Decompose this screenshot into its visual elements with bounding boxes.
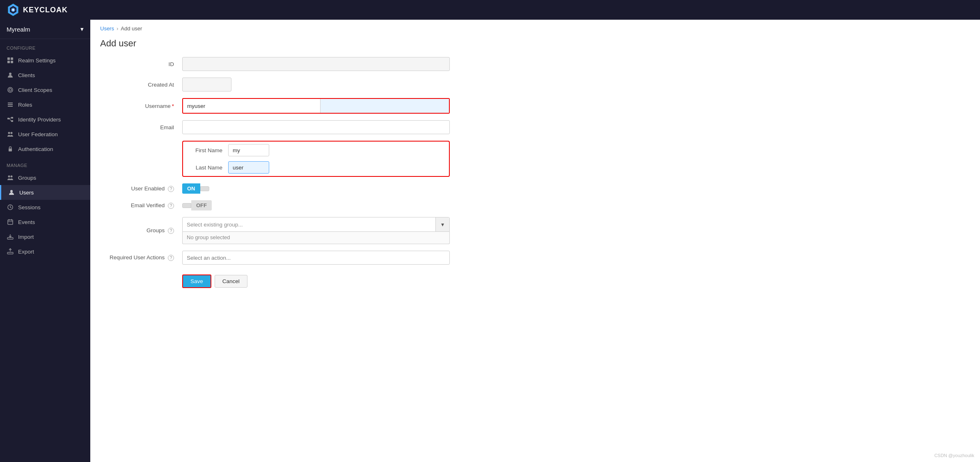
svg-rect-14 [7, 118, 9, 119]
grid-icon [7, 57, 14, 64]
sidebar-item-import[interactable]: Import [0, 229, 90, 244]
name-group-outline: First Name Last Name [182, 141, 450, 177]
svg-point-24 [10, 190, 13, 192]
groups-row: Groups ? Select existing group... ▾ No g… [100, 217, 450, 244]
sidebar-item-label: Users [19, 190, 34, 196]
svg-point-10 [8, 87, 13, 92]
sidebar-item-label: Export [18, 249, 34, 255]
last-name-input[interactable] [228, 161, 269, 174]
groups-select-wrapper: Select existing group... ▾ [182, 217, 450, 232]
sidebar-item-events[interactable]: Events [0, 215, 90, 229]
svg-rect-6 [7, 61, 10, 63]
page-title: Add user [90, 32, 980, 57]
sidebar-item-label: Roles [18, 102, 32, 108]
user-enabled-on-button[interactable]: ON [182, 183, 200, 194]
groups-icon [7, 174, 14, 181]
client-scopes-icon [7, 86, 14, 94]
created-at-input[interactable] [182, 78, 231, 91]
svg-rect-15 [11, 117, 13, 119]
email-input[interactable] [182, 120, 450, 134]
sidebar-item-users[interactable]: Users [0, 185, 90, 200]
svg-rect-30 [7, 238, 13, 239]
groups-label: Groups ? [100, 227, 182, 234]
email-verified-row: Email Verified ? OFF [100, 200, 450, 210]
groups-select[interactable]: Select existing group... [183, 217, 435, 231]
sidebar-item-groups[interactable]: Groups [0, 170, 90, 185]
add-user-form: ID Created At Username* Email [90, 57, 460, 304]
sidebar-item-client-scopes[interactable]: Client Scopes [0, 82, 90, 97]
created-at-label: Created At [100, 82, 182, 88]
svg-point-8 [9, 73, 11, 75]
keycloak-logo-icon [7, 3, 20, 16]
events-icon [7, 218, 14, 226]
cancel-button[interactable]: Cancel [215, 275, 247, 288]
sidebar-item-label: Clients [18, 72, 35, 78]
groups-select-arrow-icon[interactable]: ▾ [435, 217, 449, 231]
required-actions-help-icon: ? [168, 255, 174, 261]
username-remaining-area [320, 99, 449, 113]
configure-section-label: Configure [0, 39, 90, 53]
content-area: Users › Add user Add user ID Created At … [90, 20, 980, 462]
email-verified-on-area[interactable] [182, 203, 191, 208]
user-enabled-row: User Enabled ? ON [100, 183, 450, 194]
sidebar-item-sessions[interactable]: Sessions [0, 200, 90, 215]
breadcrumb: Users › Add user [90, 20, 980, 32]
sidebar-item-user-federation[interactable]: User Federation [0, 127, 90, 142]
sidebar-item-label: Import [18, 234, 34, 240]
sidebar-item-export[interactable]: Export [0, 244, 90, 259]
username-input[interactable] [183, 99, 320, 113]
required-actions-label: Required User Actions ? [100, 254, 182, 261]
save-button[interactable]: Save [182, 274, 211, 288]
svg-rect-11 [8, 103, 13, 103]
authentication-icon [7, 145, 14, 153]
name-group-row: First Name Last Name [100, 141, 450, 177]
first-name-input[interactable] [228, 144, 269, 156]
sidebar-item-label: Groups [18, 175, 36, 181]
sidebar-item-label: Identity Providers [18, 117, 61, 123]
last-name-row: Last Name [183, 159, 449, 176]
id-input[interactable] [182, 57, 450, 71]
user-enabled-off-area[interactable] [200, 186, 209, 191]
svg-rect-4 [7, 57, 10, 60]
sidebar-item-label: Authentication [18, 146, 53, 152]
svg-rect-26 [8, 220, 13, 224]
sidebar-item-label: Sessions [18, 204, 41, 210]
export-icon [7, 248, 14, 255]
groups-help-icon: ? [168, 228, 174, 234]
username-label: Username* [100, 103, 182, 109]
breadcrumb-separator: › [117, 25, 118, 32]
main-layout: Myrealm ▾ Configure Realm Settings Clien… [0, 20, 980, 462]
id-label: ID [100, 61, 182, 67]
last-name-remaining [269, 161, 445, 174]
required-actions-row: Required User Actions ? [100, 251, 450, 265]
sidebar-item-label: Events [18, 219, 35, 225]
realm-selector[interactable]: Myrealm ▾ [0, 20, 90, 39]
groups-selected-area: No group selected [182, 232, 450, 244]
realm-chevron-icon: ▾ [80, 25, 84, 33]
sidebar-item-roles[interactable]: Roles [0, 97, 90, 112]
clients-icon [7, 71, 14, 79]
svg-rect-21 [9, 149, 12, 151]
required-actions-input[interactable] [182, 251, 450, 265]
email-row: Email [100, 120, 450, 134]
sidebar-item-label: User Federation [18, 131, 58, 137]
user-enabled-help-icon: ? [168, 186, 174, 192]
breadcrumb-users-link[interactable]: Users [100, 25, 114, 32]
svg-point-23 [11, 176, 13, 178]
sidebar-item-identity-providers[interactable]: Identity Providers [0, 112, 90, 127]
svg-rect-12 [8, 104, 13, 105]
sidebar-item-realm-settings[interactable]: Realm Settings [0, 53, 90, 68]
user-enabled-label: User Enabled ? [100, 185, 182, 192]
svg-rect-5 [11, 57, 13, 60]
sidebar-item-clients[interactable]: Clients [0, 68, 90, 82]
watermark: CSDN @youzhoulik [934, 453, 974, 458]
topbar: KEYCLOAK [0, 0, 980, 20]
logo: KEYCLOAK [7, 3, 68, 16]
email-verified-off-button[interactable]: OFF [191, 200, 212, 210]
sidebar-item-authentication[interactable]: Authentication [0, 142, 90, 156]
first-name-label: First Name [187, 147, 228, 153]
breadcrumb-current: Add user [121, 25, 142, 32]
sidebar: Myrealm ▾ Configure Realm Settings Clien… [0, 20, 90, 462]
id-row: ID [100, 57, 450, 71]
identity-providers-icon [7, 116, 14, 123]
